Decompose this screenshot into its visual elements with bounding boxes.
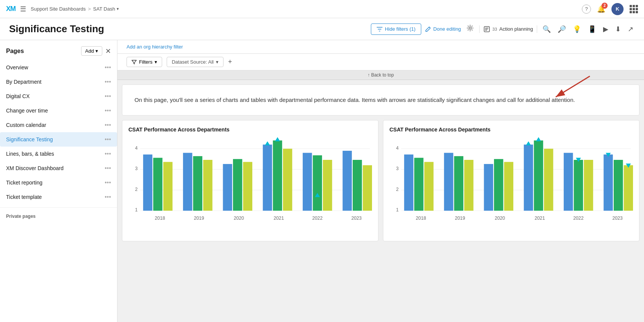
breadcrumb: Support Site Dashboards > SAT Dash ▾ (31, 6, 119, 12)
sidebar-header: Pages Add ▾ ✕ (0, 45, 117, 60)
charts-row: CSAT Performance Across Departments 4 3 … (117, 120, 644, 246)
svg-text:4: 4 (135, 145, 138, 151)
sidebar-item-change-over-time[interactable]: Change over time ••• (0, 103, 117, 118)
sidebar-item-xm-discover[interactable]: XM Discover Dashboard ••• (0, 161, 117, 175)
svg-rect-23 (273, 141, 282, 211)
chart2-title: CSAT Performance Across Departments (389, 127, 633, 133)
svg-rect-25 (283, 149, 292, 211)
svg-text:2019: 2019 (194, 216, 204, 221)
svg-rect-31 (353, 160, 362, 211)
sidebar-item-menu[interactable]: ••• (105, 64, 111, 71)
svg-rect-17 (203, 160, 212, 211)
svg-rect-56 (524, 145, 533, 211)
svg-line-3 (556, 76, 590, 97)
chart2-container: 4 3 2 1 (389, 137, 633, 228)
sidebar-item-menu[interactable]: ••• (105, 194, 111, 200)
sidebar-item-menu[interactable]: ••• (105, 150, 111, 157)
filters-button[interactable]: Filters ▾ (127, 57, 162, 67)
svg-text:4: 4 (396, 145, 399, 151)
mobile-icon-button[interactable]: 📱 (586, 23, 598, 35)
svg-text:2021: 2021 (535, 216, 545, 221)
page-title: Significance Testing (9, 23, 104, 35)
svg-marker-57 (526, 141, 531, 145)
chart1-container: 4 3 2 1 (128, 137, 372, 228)
zoom-out-icon-button[interactable]: 🔎 (556, 23, 567, 35)
scroll-content: ↑ Back to top On this page, you'll see a… (117, 70, 644, 322)
sidebar-item-ticket-template[interactable]: Ticket template ••• (0, 190, 117, 204)
sidebar-item-menu[interactable]: ••• (105, 122, 111, 128)
sidebar-item-menu[interactable]: ••• (105, 93, 111, 100)
breadcrumb-sat[interactable]: SAT Dash ▾ (93, 6, 119, 12)
svg-text:1: 1 (135, 207, 138, 213)
add-filter-button[interactable]: + (228, 58, 232, 66)
svg-rect-55 (504, 162, 513, 211)
sidebar-item-menu[interactable]: ••• (105, 136, 111, 143)
sidebar-item-lines-bars-tables[interactable]: Lines, bars, & tables ••• (0, 147, 117, 161)
dataset-source-button[interactable]: Dataset Source: All ▾ (167, 57, 224, 67)
svg-point-0 (469, 27, 471, 29)
sidebar-item-menu[interactable]: ••• (105, 78, 111, 85)
download-icon-button[interactable]: ⬇ (614, 23, 622, 35)
top-nav: XM ☰ Support Site Dashboards > SAT Dash … (0, 0, 644, 18)
private-pages-label: Private pages (0, 211, 117, 220)
menu-icon[interactable]: ☰ (20, 5, 26, 13)
close-sidebar-button[interactable]: ✕ (105, 46, 111, 56)
add-org-filter-link[interactable]: Add an org hierarchy filter (127, 44, 183, 50)
sidebar-item-menu[interactable]: ••• (105, 165, 111, 172)
notification-badge: 2 (602, 3, 608, 9)
lightbulb-icon-button[interactable]: 💡 (571, 23, 583, 35)
avatar[interactable]: K (611, 3, 624, 15)
sidebar-item-custom-calendar[interactable]: Custom calendar ••• (0, 118, 117, 132)
svg-text:2020: 2020 (234, 216, 244, 221)
sidebar-item-overview[interactable]: Overview ••• (0, 60, 117, 75)
red-arrow-decoration (548, 72, 594, 104)
svg-text:2023: 2023 (351, 216, 361, 221)
bell-icon[interactable]: 🔔 2 (597, 5, 605, 13)
sidebar-item-by-department[interactable]: By Department ••• (0, 75, 117, 89)
svg-marker-22 (265, 141, 270, 145)
svg-rect-48 (414, 158, 423, 211)
breadcrumb-support[interactable]: Support Site Dashboards (31, 6, 86, 12)
sidebar-title: Pages (6, 48, 24, 55)
settings-icon-button[interactable] (465, 23, 475, 35)
svg-rect-50 (444, 153, 453, 211)
filter-bar: Add an org hierarchy filter (117, 40, 644, 54)
svg-rect-20 (243, 162, 252, 211)
svg-rect-60 (544, 149, 553, 211)
svg-rect-14 (163, 162, 172, 211)
sidebar-item-ticket-reporting[interactable]: Ticket reporting ••• (0, 175, 117, 190)
info-box: On this page, you'll see a series of cha… (122, 84, 639, 116)
filter-funnel-icon (131, 59, 137, 65)
hide-filters-button[interactable]: Hide filters (1) (371, 23, 421, 35)
action-planning-button[interactable]: 33 Action planning (483, 26, 533, 33)
chart1-svg: 4 3 2 1 (128, 137, 372, 228)
sidebar-item-digital-cx[interactable]: Digital CX ••• (0, 89, 117, 103)
svg-rect-19 (233, 159, 242, 211)
header-actions: Hide filters (1) Done editing 33 Action … (371, 23, 635, 35)
svg-text:2022: 2022 (573, 216, 583, 221)
sidebar-item-menu[interactable]: ••• (105, 179, 111, 186)
chart2-svg: 4 3 2 1 (389, 137, 633, 228)
share-icon-button[interactable]: ↗ (626, 23, 635, 35)
svg-text:2023: 2023 (612, 216, 622, 221)
settings-icon (466, 24, 474, 32)
add-page-button[interactable]: Add ▾ (81, 46, 102, 56)
svg-rect-13 (153, 158, 162, 211)
sidebar-item-menu[interactable]: ••• (105, 107, 111, 114)
sidebar-item-significance-testing[interactable]: Significance Testing ••• (0, 132, 117, 147)
play-icon-button[interactable]: ▶ (602, 23, 610, 35)
content-area: Add an org hierarchy filter Filters ▾ Da… (117, 40, 644, 322)
sidebar-divider (0, 207, 117, 208)
chart-card-1: CSAT Performance Across Departments 4 3 … (122, 120, 378, 241)
chart1-title: CSAT Performance Across Departments (128, 127, 372, 133)
svg-rect-61 (564, 153, 573, 211)
apps-grid-icon[interactable] (630, 5, 638, 13)
svg-text:2018: 2018 (155, 216, 165, 221)
svg-rect-65 (603, 155, 613, 211)
done-editing-button[interactable]: Done editing (425, 26, 461, 32)
zoom-in-icon-button[interactable]: 🔍 (541, 23, 552, 35)
sidebar-header-actions: Add ▾ ✕ (81, 46, 111, 56)
svg-rect-54 (494, 159, 503, 211)
svg-rect-27 (313, 155, 322, 211)
help-icon[interactable]: ? (582, 5, 591, 14)
